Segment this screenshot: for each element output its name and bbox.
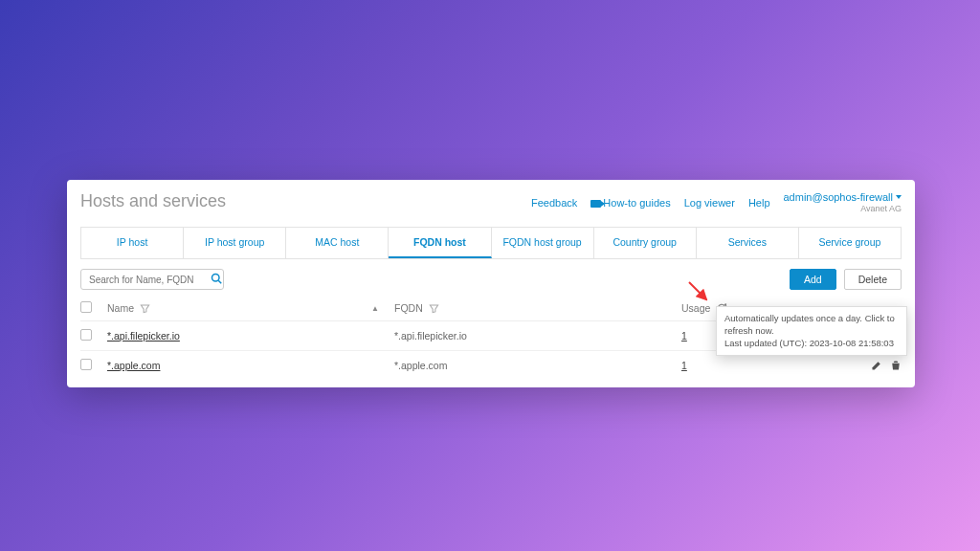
row-name-link[interactable]: *.api.filepicker.io (107, 330, 180, 342)
tab-country-group[interactable]: Country group (594, 228, 697, 258)
video-icon (590, 200, 601, 208)
toolbar-buttons: Add Delete (790, 269, 902, 290)
user-menu: admin@sophos-firewall (784, 191, 902, 203)
svg-point-0 (212, 275, 220, 282)
tab-ip-host-group[interactable]: IP host group (184, 228, 286, 258)
tabs: IP host IP host group MAC host FQDN host… (80, 227, 902, 259)
row-usage[interactable]: 1 (681, 330, 687, 342)
col-name[interactable]: Name ▲ (107, 302, 394, 314)
col-fqdn-label: FQDN (394, 302, 423, 314)
tab-services[interactable]: Services (697, 228, 799, 258)
tooltip-line2: Last updated (UTC): 2023-10-08 21:58:03 (724, 338, 899, 350)
add-button[interactable]: Add (790, 269, 836, 290)
col-name-label: Name (107, 302, 134, 314)
row-name-link[interactable]: *.apple.com (107, 360, 160, 371)
row-checkbox[interactable] (80, 359, 92, 370)
filter-icon[interactable] (140, 303, 150, 314)
search-input[interactable] (89, 275, 211, 285)
toolbar: Add Delete (67, 269, 915, 298)
chevron-down-icon (896, 195, 902, 199)
tab-service-group[interactable]: Service group (799, 228, 901, 258)
delete-icon[interactable] (890, 360, 902, 371)
help-link[interactable]: Help (748, 197, 770, 209)
search-icon[interactable] (211, 273, 222, 286)
tab-mac-host[interactable]: MAC host (286, 228, 389, 258)
svg-line-1 (218, 280, 221, 283)
search-box[interactable] (80, 269, 224, 290)
row-fqdn: *.apple.com (394, 360, 681, 371)
edit-icon[interactable] (871, 360, 882, 371)
usage-refresh-tooltip: Automatically updates once a day. Click … (716, 306, 907, 356)
row-actions (844, 360, 902, 371)
howto-label: How-to guides (603, 197, 670, 209)
howto-link[interactable]: How-to guides (590, 197, 670, 209)
annotation-arrow (687, 280, 712, 305)
row-checkbox[interactable] (80, 329, 92, 341)
filter-icon[interactable] (429, 303, 439, 314)
org-label: Avanet AG (784, 204, 902, 213)
tab-fqdn-host-group[interactable]: FQDN host group (492, 228, 594, 258)
tab-fqdn-host[interactable]: FQDN host (389, 228, 491, 258)
user-block[interactable]: admin@sophos-firewall Avanet AG (784, 191, 902, 213)
select-all-checkbox[interactable] (80, 301, 92, 313)
row-usage[interactable]: 1 (681, 360, 687, 371)
top-links: Feedback How-to guides Log viewer Help a… (531, 191, 902, 213)
row-fqdn: *.api.filepicker.io (394, 330, 681, 342)
main-panel: Hosts and services Feedback How-to guide… (67, 180, 915, 387)
panel-header: Hosts and services Feedback How-to guide… (67, 180, 915, 221)
feedback-link[interactable]: Feedback (531, 197, 577, 209)
tab-ip-host[interactable]: IP host (81, 228, 184, 258)
log-viewer-link[interactable]: Log viewer (684, 197, 735, 209)
tooltip-line1: Automatically updates once a day. Click … (724, 313, 899, 338)
delete-button[interactable]: Delete (844, 269, 902, 290)
col-fqdn[interactable]: FQDN (394, 302, 681, 314)
user-label: admin@sophos-firewall (784, 191, 894, 203)
svg-line-2 (689, 282, 706, 299)
sort-asc-icon[interactable]: ▲ (371, 304, 394, 313)
page-title: Hosts and services (80, 191, 226, 211)
